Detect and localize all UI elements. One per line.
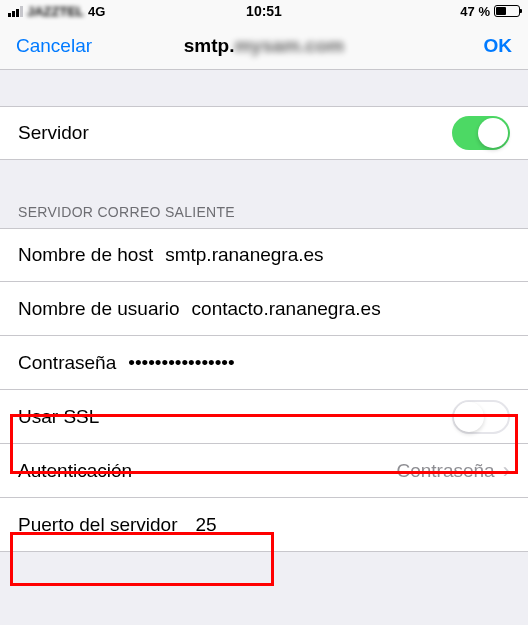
server-port-value[interactable]: 25 <box>195 514 216 536</box>
server-row: Servidor <box>0 106 528 160</box>
clock: 10:51 <box>246 3 282 19</box>
hostname-label: Nombre de host <box>18 244 153 266</box>
status-left: JAZZTEL 4G <box>8 4 105 19</box>
status-bar: JAZZTEL 4G 10:51 47 % <box>0 0 528 22</box>
outgoing-server-header: Servidor correo saliente <box>0 196 528 228</box>
hostname-row[interactable]: Nombre de host smtp.rananegra.es <box>0 228 528 282</box>
use-ssl-row: Usar SSL <box>0 390 528 444</box>
chevron-right-icon: › <box>503 458 510 484</box>
server-port-label: Puerto del servidor <box>18 514 177 536</box>
username-row[interactable]: Nombre de usuario contacto.rananegra.es <box>0 282 528 336</box>
page-title: smtp.mysam.com <box>184 35 345 57</box>
password-label: Contraseña <box>18 352 116 374</box>
server-port-row[interactable]: Puerto del servidor 25 <box>0 498 528 552</box>
battery-percent: 47 % <box>460 4 490 19</box>
battery-icon <box>494 5 520 17</box>
cancel-button[interactable]: Cancelar <box>16 35 92 57</box>
username-label: Nombre de usuario <box>18 298 180 320</box>
auth-value: Contraseña <box>396 460 494 482</box>
auth-row[interactable]: Autenticación Contraseña › <box>0 444 528 498</box>
network-label: 4G <box>88 4 105 19</box>
signal-icon <box>8 6 23 17</box>
use-ssl-label: Usar SSL <box>18 406 99 428</box>
password-value[interactable]: •••••••••••••••• <box>128 352 234 374</box>
ok-button[interactable]: OK <box>484 35 513 57</box>
carrier-label: JAZZTEL <box>27 4 84 19</box>
server-label: Servidor <box>18 122 89 144</box>
password-row[interactable]: Contraseña •••••••••••••••• <box>0 336 528 390</box>
server-toggle[interactable] <box>452 116 510 150</box>
use-ssl-toggle[interactable] <box>452 400 510 434</box>
username-value[interactable]: contacto.rananegra.es <box>192 298 381 320</box>
hostname-value[interactable]: smtp.rananegra.es <box>165 244 323 266</box>
status-right: 47 % <box>460 4 520 19</box>
nav-bar: Cancelar smtp.mysam.com OK <box>0 22 528 70</box>
auth-label: Autenticación <box>18 460 132 482</box>
